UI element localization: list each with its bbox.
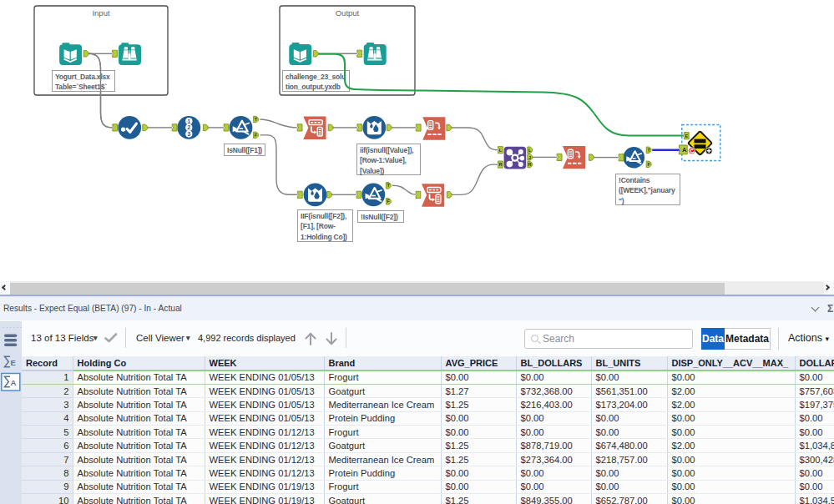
svg-text:E: E xyxy=(11,358,16,367)
svg-text:A: A xyxy=(11,378,17,387)
